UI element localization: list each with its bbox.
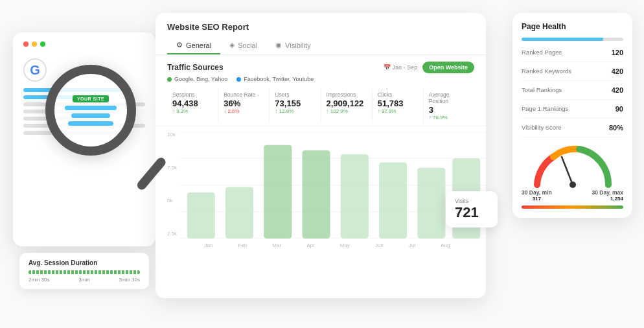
your-site-badge: YOUR SITE — [73, 95, 109, 102]
svg-rect-6 — [225, 187, 253, 239]
stat-bounce-value: 36% — [224, 99, 264, 108]
gauge-progress-bar — [522, 205, 623, 209]
metric-ranked-pages-value: 120 — [612, 49, 623, 56]
legend-label-1: Facebook, Twitter, Youtube — [244, 76, 314, 82]
bar-chart — [180, 132, 486, 239]
dot-green — [40, 41, 45, 47]
y-label-2: 5k — [167, 198, 177, 204]
chart-x-labels: Jan Feb Mar Apr May Jun Jul Aug — [167, 241, 474, 248]
traffic-actions: 📅 Jan - Sep Open Website — [384, 62, 474, 73]
x-label-7: Aug — [441, 242, 450, 248]
health-bar-fill — [522, 38, 603, 41]
x-label-1: Feb — [238, 242, 247, 248]
gear-icon: ⚙ — [176, 41, 183, 49]
health-metric-ranked-pages: Ranked Pages 120 — [522, 49, 623, 62]
stat-bounce: Bounce Rate 36% ↓ 2.6% — [218, 89, 270, 123]
metric-ranked-keywords-value: 420 — [612, 67, 623, 75]
stat-clicks: Clicks 51,783 ↑ 97.9% — [373, 89, 424, 123]
stat-users-change: ↑ 12.8% — [275, 108, 315, 114]
visits-card: Visits 721 — [446, 191, 498, 228]
stat-avg-position-value: 3 — [429, 106, 469, 115]
tab-visibility[interactable]: ◉ Visibility — [266, 37, 320, 54]
metric-page1-rankings-value: 90 — [615, 105, 623, 113]
health-metric-page1-rankings: Page 1 Rankings 90 — [522, 105, 623, 119]
svg-rect-7 — [264, 145, 292, 239]
google-logo: G — [23, 58, 47, 82]
x-label-0: Jan — [205, 242, 213, 248]
svg-rect-8 — [303, 150, 330, 239]
session-label-1: 3min — [78, 277, 89, 283]
x-label-6: Jul — [409, 242, 415, 248]
gauge-max: 30 Day, max 1,254 — [592, 189, 623, 202]
stats-row: Sessions 94,438 ↑ 9.3% Bounce Rate 36% ↓… — [155, 86, 486, 126]
tab-general-label: General — [186, 41, 211, 49]
visits-label: Visits — [455, 198, 489, 204]
dot-red — [23, 41, 29, 47]
legend-dot-blue — [236, 77, 241, 82]
legend-google: Google, Bing, Yahoo — [167, 76, 227, 82]
tab-social[interactable]: ◈ Social — [220, 37, 266, 54]
svg-line-13 — [562, 157, 573, 185]
legend-dot-green — [167, 77, 172, 82]
stat-clicks-label: Clicks — [378, 91, 418, 98]
metric-visibility-score-value: 80% — [609, 124, 623, 132]
gauge-container: 30 Day, min 317 30 Day, max 1,254 — [522, 143, 623, 209]
stat-avg-position-label: Average Position — [429, 91, 469, 104]
x-label-4: May — [340, 242, 350, 248]
legend-row: Google, Bing, Yahoo Facebook, Twitter, Y… — [155, 76, 486, 86]
gauge-svg — [531, 143, 615, 188]
stat-clicks-change: ↑ 97.9% — [378, 108, 418, 114]
avg-session-card: Avg. Session Duration 2min 30s 3min 3min… — [19, 253, 149, 289]
health-metric-visibility-score: Visibility Score 80% — [522, 124, 623, 137]
svg-rect-9 — [341, 154, 369, 239]
stat-impressions-label: Impressions — [327, 91, 367, 98]
gauge-min: 30 Day, min 317 — [522, 189, 552, 202]
visits-value: 721 — [455, 204, 489, 221]
stat-impressions-change: ↑ 102.9% — [327, 108, 367, 114]
stat-bounce-change: ↓ 2.6% — [224, 108, 264, 114]
stat-sessions-value: 94,438 — [172, 99, 213, 108]
stat-impressions-value: 2,909,122 — [327, 99, 367, 108]
health-panel: Page Health Ranked Pages 120 Ranked Keyw… — [512, 13, 632, 218]
stat-clicks-value: 51,783 — [378, 99, 418, 108]
metric-page1-rankings-label: Page 1 Rankings — [522, 105, 568, 112]
stat-sessions-change: ↑ 9.3% — [172, 108, 213, 114]
x-label-2: Mar — [272, 242, 281, 248]
y-label-0: 10k — [167, 132, 177, 137]
stat-sessions: Sessions 94,438 ↑ 9.3% — [167, 89, 218, 123]
stat-impressions: Impressions 2,909,122 ↑ 102.9% — [321, 89, 373, 123]
legend-label-0: Google, Bing, Yahoo — [174, 76, 227, 82]
tab-visibility-label: Visibility — [285, 41, 311, 49]
tabs-row: ⚙ General ◈ Social ◉ Visibility — [155, 32, 486, 55]
metric-visibility-score-label: Visibility Score — [522, 124, 562, 131]
tab-general[interactable]: ⚙ General — [167, 37, 220, 54]
x-label-5: Jun — [375, 242, 384, 248]
svg-rect-10 — [379, 163, 407, 239]
health-bar-track — [522, 38, 623, 41]
tab-social-label: Social — [238, 41, 257, 49]
y-label-1: 7.5k — [167, 165, 177, 170]
health-metric-total-rankings: Total Rankings 420 — [522, 86, 623, 100]
open-website-button[interactable]: Open Website — [422, 62, 474, 73]
dot-yellow — [32, 41, 37, 47]
svg-point-14 — [569, 182, 576, 188]
session-label-0: 2min 30s — [29, 277, 49, 283]
chart-area: 10k 7.5k 5k 2.5k Jan Feb Mar Apr — [155, 126, 486, 256]
svg-rect-11 — [417, 168, 445, 239]
mag-line-2 — [71, 113, 110, 118]
seo-panel-title: Website SEO Report — [155, 13, 486, 32]
stat-users-label: Users — [275, 91, 315, 98]
y-label-3: 2.5k — [167, 231, 177, 237]
social-icon: ◈ — [229, 41, 235, 49]
x-label-3: Apr — [306, 242, 314, 248]
gauge-range-row: 30 Day, min 317 30 Day, max 1,254 — [522, 189, 623, 202]
metric-total-rankings-label: Total Rankings — [522, 86, 562, 93]
stat-bounce-label: Bounce Rate — [224, 91, 264, 98]
stat-users: Users 73,155 ↑ 12.8% — [270, 89, 321, 123]
visibility-icon: ◉ — [275, 41, 282, 49]
metric-ranked-pages-label: Ranked Pages — [522, 49, 562, 56]
health-metric-ranked-keywords: Ranked Keywords 420 — [522, 67, 623, 81]
session-labels: 2min 30s 3min 3min 30s — [29, 277, 140, 283]
date-range: 📅 Jan - Sep — [384, 64, 417, 71]
stat-sessions-label: Sessions — [172, 91, 213, 98]
